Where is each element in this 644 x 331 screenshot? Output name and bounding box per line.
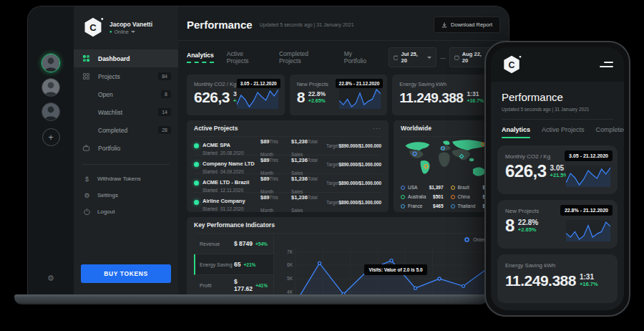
total-value: $1,236 [291,176,308,182]
sidebar-item-open[interactable]: Open 8 [74,85,178,103]
y-axis-tick: 5K [278,276,293,281]
month-value: $89 [260,138,270,145]
gear-icon: ⚙ [47,274,54,282]
kpi-label: Profit [200,283,234,288]
tab-analytics[interactable]: Analytics [502,126,530,138]
target-label: Target [326,200,339,205]
buy-tokens-button[interactable]: BUY TOKENS [81,264,171,283]
started-date: 01.12.2020 [220,206,244,211]
chart-tooltip: Visits: Value of 2.0 is 5.0 [364,264,426,275]
page-subtitle: Updated 5 seconds ago | 31 January 2021 [502,107,613,112]
project-name: ACME SPA [203,142,230,148]
user-name: Jacopo Vanetti [109,21,152,28]
project-row[interactable]: ACME LTD - BrazilStarted12.11.2020 $89Th… [194,174,381,193]
legend-dot-icon [451,186,455,190]
avatar-rail: + ⚙ [28,6,74,294]
phone-title-block: Performance Updated 5 seconds ago | 31 J… [491,82,624,112]
chart-plot-area: Visits: Value of 2.0 is 5.0 7K6K5K4K [296,246,487,294]
download-report-button[interactable]: Download Report [434,16,500,33]
sidebar-item-logout[interactable]: Logout [74,203,178,220]
kpi-row-profit[interactable]: Profit $ 177.62 +41% [194,275,273,294]
phone-mockup: C Performance Updated 5 seconds ago | 31… [484,41,630,317]
sidebar-item-label: Open [98,91,113,98]
stat-cards-row: Monthly CO2 / Kg 626,3 3.05 +21.5% 3.05 … [187,75,500,115]
phone-cards: Monthly CO2 / Kg 626,3 3.05 +21.5% 3.05 … [491,143,624,306]
status-dot-icon [194,143,199,148]
started-label: Started [203,206,218,211]
stat-delta: +16.7% [580,282,598,288]
legend-value: $465 [433,203,443,208]
calendar-icon [454,55,459,60]
sidebar-item-settings[interactable]: ⚙ Settings [74,187,178,203]
target-value: $890.000/$1.000.000 [339,143,382,148]
legend-value: $1,397 [429,185,444,190]
avatar[interactable] [42,78,60,97]
tab-completed-projects[interactable]: Completed Projects [279,50,331,64]
tab-completed-projects[interactable]: Completed Projects [596,126,624,138]
phone-tab-bar: Analytics Active Projects Completed Proj… [491,120,624,143]
tab-analytics[interactable]: Analytics [187,52,214,63]
stat-sub-value: 22.8% [308,91,326,98]
tab-my-portfolio[interactable]: My Portfolio [344,50,376,64]
stat-tooltip-badge: 22.8% - 21.12.2020 [336,79,384,88]
rail-settings-button[interactable]: ⚙ [47,274,54,283]
project-row[interactable]: Company Name LTDStarted04.09.2020 $89Thi… [194,155,381,174]
project-name: Airline Company [203,198,245,204]
start-date-picker[interactable]: Jul 25, 20 [389,47,436,67]
page-title: Performance [187,19,253,31]
target-value: $890.000/$1.000.000 [339,162,382,167]
kpi-line-chart: Orders Visits: Value of 2.0 is 5.0 7K6K5… [274,234,493,294]
target-label: Target [326,143,339,148]
online-status-icon: ● [109,29,112,34]
user-info: Jacopo Vanetti ● Online [109,21,152,34]
count-badge: 14 [158,108,171,116]
sparkline-chart [566,220,610,241]
count-badge: 28 [158,126,171,134]
app-logo-icon[interactable]: C [502,54,522,75]
legend-dot-icon [451,195,455,199]
legend-dot-icon [401,195,405,199]
dots-menu-icon[interactable]: ··· [373,125,381,132]
sidebar-item-portfolio[interactable]: Portfolio [74,139,178,157]
legend-country: Australia [408,194,426,199]
kpi-row-energy-saving[interactable]: Energy Saving 65 +21% [194,254,273,275]
stat-tooltip-badge: 22.8% - 21.12.2020 [560,205,613,216]
app-logo-icon[interactable]: C [82,16,104,38]
project-row[interactable]: Airline CompanyStarted01.12.2020 $89This… [194,193,381,211]
y-axis-tick: 7K [278,249,293,254]
sidebar-item-projects[interactable]: Projects 84 [74,67,178,85]
target-value: $890.000/$1.000.000 [339,181,382,186]
stat-delta: +2.65% [518,227,538,234]
sidebar-item-dashboard[interactable]: Dashboard [74,49,178,67]
plus-icon: + [48,133,53,143]
phone-screen: C Performance Updated 5 seconds ago | 31… [491,47,624,310]
legend-dot-icon [401,186,405,190]
stat-card-new-projects: New Projects 8 22.8% +2.65% 22.8% - 21.1… [290,75,388,115]
kpi-metric-list: Revenue $ 8749 +54% Energy Saving 65 +21… [194,234,274,294]
avatar[interactable] [42,54,60,72]
tab-active-projects[interactable]: Active Projects [542,126,585,138]
target-label: Target [326,181,339,186]
sidebar-item-completed[interactable]: Completed 28 [74,121,178,139]
started-label: Started [203,188,218,193]
started-label: Started [203,150,218,155]
kpi-panel: Key Performance Indicators ··· Revenue $… [187,217,500,294]
avatar[interactable] [42,102,60,121]
user-status-dropdown[interactable]: ● Online [109,29,152,34]
tab-active-projects[interactable]: Active Projects [227,50,266,64]
kpi-delta: +41% [255,283,268,288]
stat-value: 8 [505,219,514,233]
legend-dot-icon [401,204,405,208]
stat-label: Energy Saving kWh [505,262,610,269]
stat-card-new-projects: New Projects 8 22.8% +2.65% 22.8% - 21.1… [497,200,618,249]
kpi-row-revenue[interactable]: Revenue $ 8749 +54% [194,234,273,254]
sidebar-item-watchlist[interactable]: Watchlist 14 [74,103,178,121]
started-date: 04.09.2020 [220,169,244,174]
svg-text:C: C [509,60,515,70]
kpi-label: Revenue [200,241,234,246]
stat-value: 626,3 [194,91,230,104]
sidebar-item-withdraw-tokens[interactable]: $ Withdraw Tokens [74,171,178,187]
add-account-button[interactable]: + [42,128,60,146]
hamburger-menu-icon[interactable] [600,59,613,70]
project-row[interactable]: ACME SPAStarted20.08.2020 $89This Month … [194,137,381,155]
